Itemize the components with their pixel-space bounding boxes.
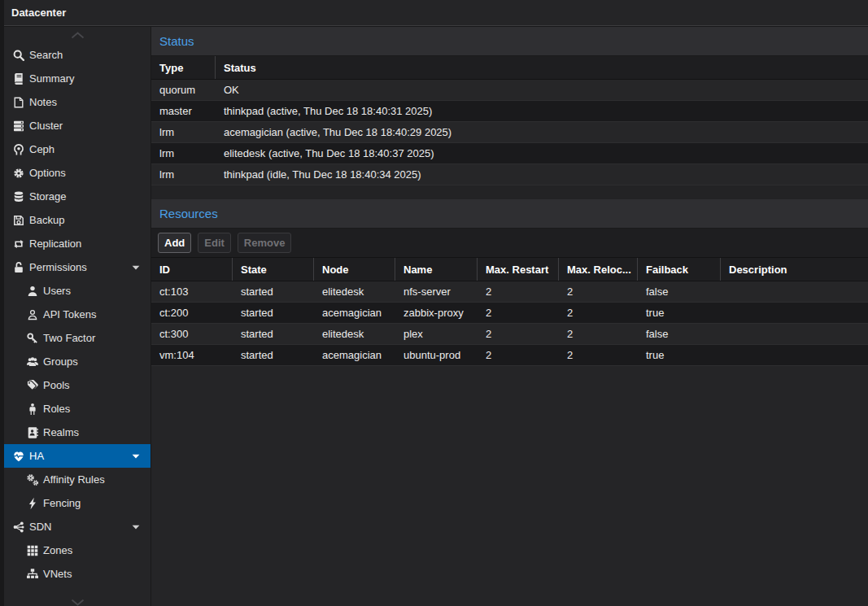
sidebar-item-notes[interactable]: Notes	[4, 90, 150, 114]
resources-header-row: IDStateNodeNameMax. RestartMax. Reloc...…	[151, 258, 868, 281]
resources-cell: 2	[478, 324, 559, 344]
sidebar-item-pools[interactable]: Pools	[4, 373, 150, 397]
resources-row[interactable]: vm:104startedacemagicianubuntu-prod22tru…	[151, 345, 868, 366]
heartbeat-icon	[11, 450, 25, 463]
resources-cell: 2	[478, 345, 559, 365]
status-row[interactable]: quorumOK	[151, 80, 868, 101]
user-icon	[25, 285, 39, 298]
grid-icon	[25, 544, 39, 557]
sidebar-item-search[interactable]: Search	[4, 43, 150, 67]
resources-column-header[interactable]: Failback	[638, 258, 721, 281]
sidebar-item-vnets[interactable]: VNets	[4, 562, 150, 586]
resources-cell: started	[233, 281, 314, 302]
expander-down-icon[interactable]	[132, 265, 140, 270]
sidebar-item-fencing[interactable]: Fencing	[4, 491, 150, 515]
sidebar-item-backup[interactable]: Backup	[4, 208, 150, 232]
sidebar-menu: SearchSummaryNotesClusterCephOptionsStor…	[4, 43, 150, 586]
sidebar-item-label: Storage	[29, 190, 67, 203]
resources-cell: acemagician	[314, 303, 395, 323]
resources-table: IDStateNodeNameMax. RestartMax. Reloc...…	[151, 258, 868, 366]
sidebar-item-cluster[interactable]: Cluster	[4, 114, 150, 137]
resources-panel: Resources AddEditRemove IDStateNodeNameM…	[151, 199, 868, 366]
sidebar-item-groups[interactable]: Groups	[4, 350, 150, 373]
sidebar-item-label: VNets	[43, 568, 72, 580]
resources-cell: ct:103	[151, 281, 233, 302]
status-table-filler	[151, 185, 868, 199]
resources-cell: false	[638, 281, 721, 302]
sidebar-item-label: Ceph	[29, 143, 55, 155]
status-cell: lrm	[151, 143, 216, 163]
status-cell: quorum	[151, 80, 216, 100]
gears-icon	[25, 473, 39, 486]
network-icon	[25, 568, 39, 581]
resources-cell: nfs-server	[395, 281, 478, 302]
status-row[interactable]: lrmelitedesk (active, Thu Dec 18 18:40:3…	[151, 143, 868, 164]
sidebar-item-ceph[interactable]: Ceph	[4, 137, 150, 161]
sidebar-item-realms[interactable]: Realms	[4, 421, 150, 444]
resources-toolbar: AddEditRemove	[151, 229, 868, 258]
sidebar-item-storage[interactable]: Storage	[4, 185, 150, 208]
sidebar-item-users[interactable]: Users	[4, 279, 150, 303]
sdn-icon	[11, 521, 25, 534]
resources-cell: started	[233, 345, 314, 365]
expander-down-icon[interactable]	[132, 525, 140, 530]
sidebar-item-label: Roles	[43, 403, 70, 415]
resources-cell: 2	[559, 281, 638, 302]
expander-down-icon[interactable]	[132, 454, 140, 459]
sidebar-item-label: Permissions	[29, 261, 87, 273]
sidebar-item-two-factor[interactable]: Two Factor	[4, 326, 150, 350]
sidebar-item-sdn[interactable]: SDN	[4, 515, 150, 538]
sidebar-item-ha[interactable]: HA	[4, 444, 150, 468]
status-column-header[interactable]: Status	[216, 56, 868, 79]
status-row[interactable]: lrmacemagician (active, Thu Dec 18 18:40…	[151, 122, 868, 143]
main-content: Status TypeStatusquorumOKmasterthinkpad …	[151, 27, 868, 606]
status-cell: master	[151, 101, 216, 121]
sidebar-item-options[interactable]: Options	[4, 161, 150, 185]
resources-cell: false	[638, 324, 721, 344]
status-row[interactable]: masterthinkpad (active, Thu Dec 18 18:40…	[151, 101, 868, 122]
resources-column-header[interactable]: Node	[314, 258, 395, 281]
sidebar-item-label: Users	[43, 285, 71, 297]
resources-row[interactable]: ct:200startedacemagicianzabbix-proxy22tr…	[151, 303, 868, 324]
sidebar-item-label: Two Factor	[43, 332, 95, 344]
sidebar-item-affinity-rules[interactable]: Affinity Rules	[4, 468, 150, 491]
sidebar-item-label: Realms	[43, 426, 79, 438]
add-button[interactable]: Add	[158, 233, 191, 253]
resources-row[interactable]: ct:300startedelitedeskplex22false	[151, 324, 868, 345]
status-column-header[interactable]: Type	[151, 56, 216, 79]
resources-column-header[interactable]: Max. Reloc...	[559, 258, 638, 281]
sidebar-item-api-tokens[interactable]: API Tokens	[4, 303, 150, 326]
resources-row[interactable]: ct:103startedelitedesknfs-server22false	[151, 281, 868, 303]
resources-column-header[interactable]: Max. Restart	[478, 258, 559, 281]
sidebar-item-roles[interactable]: Roles	[4, 397, 150, 421]
scroll-up-indicator[interactable]	[4, 27, 150, 43]
key-icon	[25, 332, 39, 345]
sidebar: SearchSummaryNotesClusterCephOptionsStor…	[4, 27, 150, 606]
edit-button[interactable]: Edit	[198, 233, 231, 253]
sidebar-item-summary[interactable]: Summary	[4, 67, 150, 90]
ceph-icon	[11, 143, 25, 156]
resources-column-header[interactable]: Name	[395, 258, 478, 281]
resources-cell: 2	[559, 303, 638, 323]
resources-cell	[721, 303, 868, 323]
resources-cell: 2	[478, 303, 559, 323]
sidebar-item-replication[interactable]: Replication	[4, 232, 150, 255]
sidebar-item-label: Cluster	[29, 120, 63, 132]
status-cell: lrm	[151, 164, 216, 185]
database-icon	[11, 190, 25, 203]
sidebar-item-label: Groups	[43, 355, 78, 368]
topbar: Datacenter	[4, 0, 868, 26]
resources-cell	[721, 281, 868, 302]
remove-button[interactable]: Remove	[238, 233, 292, 253]
sidebar-item-label: Affinity Rules	[43, 473, 105, 486]
user-outline-icon	[25, 308, 39, 321]
status-row[interactable]: lrmthinkpad (idle, Thu Dec 18 18:40:34 2…	[151, 164, 868, 185]
resources-column-header[interactable]: Description	[721, 258, 868, 281]
unlock-icon	[11, 261, 25, 274]
scroll-down-indicator[interactable]	[4, 599, 150, 606]
resources-column-header[interactable]: ID	[151, 258, 233, 281]
resources-column-header[interactable]: State	[233, 258, 314, 281]
resources-cell: ct:200	[151, 303, 233, 323]
sidebar-item-permissions[interactable]: Permissions	[4, 255, 150, 279]
sidebar-item-zones[interactable]: Zones	[4, 538, 150, 562]
